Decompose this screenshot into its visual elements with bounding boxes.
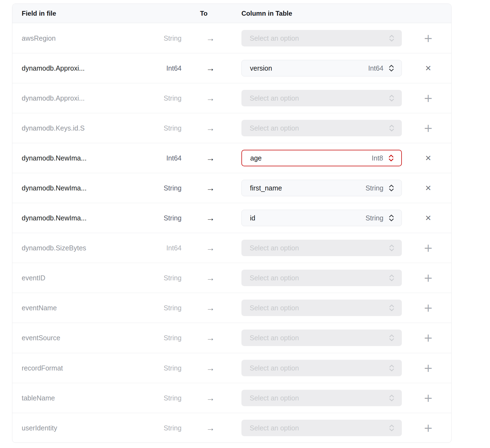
column-select[interactable]: Select an option — [241, 240, 402, 256]
mapping-row: dynamodb.Keys.id.S String → Select an op… — [12, 113, 451, 143]
add-mapping-button[interactable]: + — [420, 419, 437, 436]
column-select[interactable]: Select an option — [241, 390, 402, 406]
arrow-right-icon: → — [201, 183, 220, 193]
chevron-up-down-icon — [389, 334, 395, 342]
remove-mapping-button[interactable]: ✕ — [420, 60, 437, 77]
remove-mapping-button[interactable]: ✕ — [420, 150, 437, 167]
column-select[interactable]: Select an option — [241, 30, 402, 46]
chevron-up-down-icon — [389, 124, 395, 132]
field-name: tableName — [22, 394, 55, 402]
select-value: version — [250, 64, 272, 72]
mapping-row: eventName String → Select an option + — [12, 293, 451, 323]
field-type: String — [164, 274, 182, 282]
column-select[interactable]: Select an option — [241, 90, 402, 106]
select-value: id — [250, 214, 255, 222]
chevron-up-down-icon — [389, 394, 395, 402]
chevron-up-down-icon — [388, 214, 394, 222]
add-mapping-button[interactable]: + — [420, 359, 437, 377]
field-type: String — [164, 184, 182, 192]
arrow-right-icon: → — [201, 393, 220, 403]
add-mapping-button[interactable]: + — [420, 30, 437, 47]
column-select[interactable]: Select an option — [241, 300, 402, 316]
mapping-row: dynamodb.NewIma... String → first_name S… — [12, 173, 451, 203]
column-select[interactable]: Select an option — [241, 120, 402, 136]
mapping-row: dynamodb.Approxi... Int64 → version Int6… — [12, 53, 451, 83]
field-type: String — [164, 304, 182, 312]
column-select[interactable]: Select an option — [241, 420, 402, 436]
mapping-row: recordFormat String → Select an option + — [12, 353, 451, 383]
field-type: String — [164, 214, 182, 222]
column-select[interactable]: Select an option — [241, 270, 402, 286]
header-to: To — [194, 4, 213, 23]
field-name: dynamodb.NewIma... — [22, 214, 87, 222]
arrow-right-icon: → — [201, 33, 220, 43]
select-value: Select an option — [250, 394, 299, 402]
field-type: String — [164, 334, 182, 342]
field-type: Int64 — [166, 154, 182, 162]
add-mapping-button[interactable]: + — [420, 329, 437, 346]
arrow-right-icon: → — [201, 303, 220, 313]
field-name: eventName — [22, 304, 57, 312]
chevron-up-down-icon — [389, 304, 395, 312]
remove-mapping-button[interactable]: ✕ — [420, 179, 437, 197]
column-select[interactable]: Select an option — [241, 330, 402, 346]
add-mapping-button[interactable]: + — [420, 90, 437, 107]
column-select[interactable]: version Int64 — [241, 60, 402, 76]
select-type: String — [366, 184, 383, 192]
arrow-right-icon: → — [201, 153, 220, 163]
field-name: dynamodb.Keys.id.S — [22, 124, 85, 132]
chevron-up-down-icon — [389, 424, 395, 432]
chevron-up-down-icon — [389, 244, 395, 252]
select-value: Select an option — [250, 274, 299, 282]
field-name: dynamodb.NewIma... — [22, 184, 87, 192]
add-mapping-button[interactable]: + — [420, 389, 437, 406]
add-mapping-button[interactable]: + — [420, 299, 437, 316]
mapping-row: dynamodb.NewIma... String → id String ✕ — [12, 203, 451, 233]
select-value: Select an option — [250, 244, 299, 252]
header-field-in-file: Field in file — [22, 4, 56, 23]
arrow-right-icon: → — [201, 93, 220, 103]
mapping-row: dynamodb.NewIma... Int64 → age Int8 ✕ — [12, 143, 451, 173]
arrow-right-icon: → — [201, 123, 220, 133]
chevron-up-down-icon — [389, 34, 395, 42]
remove-mapping-button[interactable]: ✕ — [420, 209, 437, 226]
field-name: dynamodb.Approxi... — [22, 64, 85, 72]
field-type: String — [164, 94, 182, 102]
field-name: dynamodb.NewIma... — [22, 154, 87, 162]
field-name: dynamodb.Approxi... — [22, 94, 85, 102]
arrow-right-icon: → — [201, 273, 220, 283]
arrow-right-icon: → — [201, 243, 220, 253]
field-mapping-table: Field in file To Column in Table awsRegi… — [12, 4, 452, 443]
add-mapping-button[interactable]: + — [420, 120, 437, 137]
field-type: String — [164, 34, 182, 42]
select-value: Select an option — [250, 364, 299, 372]
column-select[interactable]: age Int8 — [241, 150, 402, 166]
select-value: Select an option — [250, 34, 299, 42]
select-value: Select an option — [250, 94, 299, 102]
select-value: Select an option — [250, 124, 299, 132]
add-mapping-button[interactable]: + — [420, 239, 437, 256]
header-column-in-table: Column in Table — [241, 4, 292, 23]
mapping-row: tableName String → Select an option + — [12, 383, 451, 413]
field-type: Int64 — [166, 244, 182, 252]
select-type: String — [366, 214, 383, 222]
table-header: Field in file To Column in Table — [12, 4, 451, 23]
mapping-rows: awsRegion String → Select an option + dy… — [12, 23, 451, 443]
field-type: String — [164, 394, 182, 402]
field-name: eventID — [22, 274, 45, 282]
select-value: first_name — [250, 184, 282, 192]
chevron-up-down-icon — [388, 154, 394, 162]
mapping-row: eventID String → Select an option + — [12, 263, 451, 293]
mapping-row: dynamodb.Approxi... String → Select an o… — [12, 83, 451, 113]
select-value: Select an option — [250, 304, 299, 312]
column-select[interactable]: id String — [241, 210, 402, 226]
chevron-up-down-icon — [388, 64, 394, 72]
chevron-up-down-icon — [388, 184, 394, 192]
column-select[interactable]: Select an option — [241, 360, 402, 376]
field-name: eventSource — [22, 334, 60, 342]
column-select[interactable]: first_name String — [241, 180, 402, 196]
add-mapping-button[interactable]: + — [420, 269, 437, 286]
field-type: String — [164, 364, 182, 372]
arrow-right-icon: → — [201, 423, 220, 433]
arrow-right-icon: → — [201, 333, 220, 343]
